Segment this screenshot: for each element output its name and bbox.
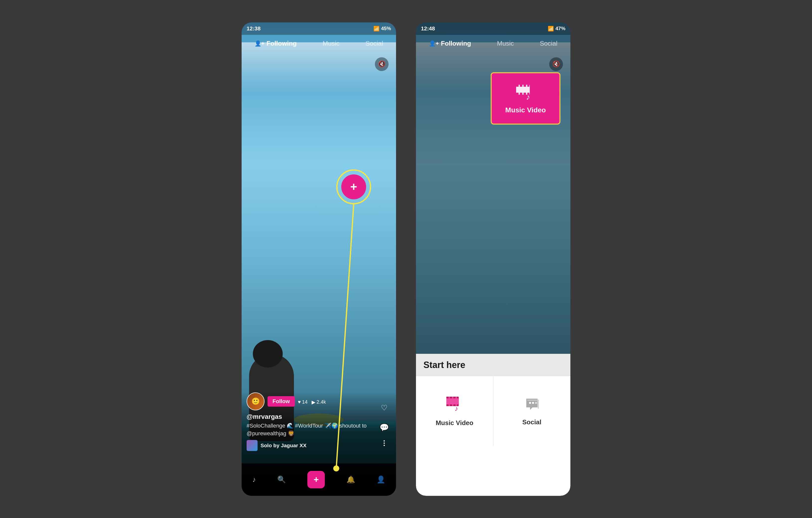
svg-rect-6 bbox=[527, 85, 529, 87]
music-thumbnail bbox=[246, 440, 258, 451]
svg-rect-8 bbox=[520, 93, 522, 95]
artist-name: Jaguar XX bbox=[281, 442, 307, 448]
svg-point-24 bbox=[529, 402, 531, 404]
start-here-panel: Start here ♪ bbox=[416, 354, 571, 496]
following-icon: 👤+ bbox=[255, 40, 264, 47]
time: 12:38 bbox=[246, 25, 261, 32]
search-nav-icon: 🔍 bbox=[277, 476, 286, 484]
song-name: Solo bbox=[261, 442, 272, 448]
svg-rect-9 bbox=[524, 93, 526, 95]
right-following-label: Following bbox=[441, 39, 471, 47]
nav-tabs: 👤+ Following Music Social bbox=[241, 35, 396, 52]
nav-create[interactable]: + bbox=[307, 471, 325, 488]
more-button[interactable] bbox=[384, 440, 385, 446]
plus-circle-highlight: + bbox=[336, 169, 371, 204]
svg-rect-16 bbox=[457, 397, 459, 398]
plus-circle-inner[interactable]: + bbox=[341, 174, 366, 199]
arrow-icon: ▶ bbox=[312, 399, 315, 405]
music-video-popup-label: Music Video bbox=[505, 106, 546, 114]
right-mute-icon: 🔇 bbox=[552, 61, 560, 67]
social-tab-label: Social bbox=[366, 39, 383, 47]
svg-rect-14 bbox=[450, 397, 452, 398]
right-tab-social[interactable]: Social bbox=[540, 39, 557, 47]
shares-count: 2.4k bbox=[317, 399, 326, 405]
nav-profile[interactable]: 👤 bbox=[377, 476, 385, 484]
svg-rect-15 bbox=[453, 397, 456, 398]
bottom-navigation: ♪ 🔍 + 🔔 👤 bbox=[241, 463, 396, 496]
svg-rect-5 bbox=[524, 85, 526, 87]
dot1 bbox=[384, 440, 385, 441]
dot3 bbox=[384, 445, 385, 446]
right-tab-music[interactable]: Music bbox=[497, 39, 514, 47]
dot2 bbox=[384, 442, 385, 444]
right-nav-tabs: 👤+ Following Music Social bbox=[416, 35, 571, 52]
svg-rect-17 bbox=[446, 404, 448, 406]
nav-music[interactable]: ♪ bbox=[252, 476, 256, 484]
start-option-music-icon: ♪ bbox=[446, 396, 463, 415]
svg-point-25 bbox=[532, 402, 534, 404]
likes-count: 14 bbox=[302, 399, 308, 405]
svg-text:♪: ♪ bbox=[455, 405, 458, 412]
plus-nav-icon: + bbox=[314, 474, 319, 485]
user-row: 🙂 Follow ♥ 14 ▶ 2.4k bbox=[246, 393, 376, 410]
right-social-tab-label: Social bbox=[540, 39, 557, 47]
follow-button[interactable]: Follow bbox=[267, 396, 295, 407]
action-buttons: ♡ 💬 bbox=[377, 401, 391, 446]
shares-stat: ▶ 2.4k bbox=[312, 399, 326, 405]
tab-social[interactable]: Social bbox=[366, 39, 383, 47]
music-row: Solo by Jaguar XX bbox=[246, 440, 376, 451]
status-bar: 12:38 📶 45% bbox=[241, 22, 396, 35]
user-info: 🙂 Follow ♥ 14 ▶ 2.4k @mrvargas #SoloChal… bbox=[246, 393, 376, 451]
username: @mrvargas bbox=[246, 413, 376, 421]
svg-point-26 bbox=[535, 402, 537, 404]
bell-nav-icon: 🔔 bbox=[346, 476, 355, 484]
battery: 45% bbox=[381, 26, 391, 31]
avatar: 🙂 bbox=[246, 393, 264, 410]
likes-stat: ♥ 14 bbox=[298, 399, 308, 405]
music-nav-icon: ♪ bbox=[252, 476, 256, 484]
mute-button[interactable]: 🔇 bbox=[375, 57, 388, 71]
right-mute-button[interactable]: 🔇 bbox=[549, 57, 563, 71]
music-info: Solo by Jaguar XX bbox=[261, 442, 307, 449]
svg-text:♪: ♪ bbox=[526, 92, 530, 100]
like-button[interactable]: ♡ bbox=[377, 401, 391, 414]
start-here-header: Start here bbox=[416, 354, 571, 376]
tab-following[interactable]: 👤+ Following bbox=[255, 39, 297, 47]
right-following-icon: 👤+ bbox=[429, 40, 439, 47]
start-here-options: ♪ Music Video Social bbox=[416, 376, 571, 446]
mute-icon: 🔇 bbox=[378, 61, 385, 67]
status-icons: 📶 45% bbox=[373, 26, 391, 32]
start-option-social-label: Social bbox=[522, 418, 542, 426]
following-label: Following bbox=[266, 39, 297, 47]
nav-notifications[interactable]: 🔔 bbox=[346, 476, 355, 484]
music-video-popup-icon: ♪ bbox=[516, 83, 535, 104]
right-status-icons: 📶 47% bbox=[548, 26, 566, 32]
right-phone: 12:48 📶 47% 👤+ Following Music Social 🔇 bbox=[416, 22, 571, 496]
right-music-tab-label: Music bbox=[497, 39, 514, 47]
tab-music[interactable]: Music bbox=[323, 39, 340, 47]
svg-rect-18 bbox=[450, 404, 452, 406]
caption: #SoloChallenge 🌊 #WorldTour ✈️🌍 shoutout… bbox=[246, 422, 376, 437]
right-time: 12:48 bbox=[421, 25, 435, 32]
start-option-social-icon bbox=[524, 396, 540, 414]
left-phone: 12:38 📶 45% 👤+ Following Music Social 🔇 … bbox=[241, 22, 396, 496]
right-signal-icon: 📶 bbox=[548, 26, 554, 32]
start-option-social[interactable]: Social bbox=[493, 376, 571, 446]
right-battery: 47% bbox=[555, 26, 566, 31]
music-tab-label: Music bbox=[323, 39, 340, 47]
stats-row: ♥ 14 ▶ 2.4k bbox=[298, 399, 326, 405]
right-tab-following[interactable]: 👤+ Following bbox=[429, 39, 471, 47]
profile-nav-icon: 👤 bbox=[377, 476, 385, 484]
heart-icon: ♥ bbox=[298, 399, 301, 405]
right-status-bar: 12:48 📶 47% bbox=[416, 22, 571, 35]
svg-rect-7 bbox=[516, 93, 519, 95]
music-video-popup[interactable]: ♪ Music Video bbox=[491, 72, 560, 124]
svg-rect-4 bbox=[520, 85, 522, 87]
start-option-music-label: Music Video bbox=[436, 419, 473, 427]
start-option-music-video[interactable]: ♪ Music Video bbox=[416, 376, 493, 446]
svg-rect-3 bbox=[516, 85, 519, 87]
start-here-title: Start here bbox=[424, 360, 465, 370]
signal-icon: 📶 bbox=[373, 26, 380, 32]
nav-search[interactable]: 🔍 bbox=[277, 476, 286, 484]
comment-button[interactable]: 💬 bbox=[377, 421, 391, 434]
